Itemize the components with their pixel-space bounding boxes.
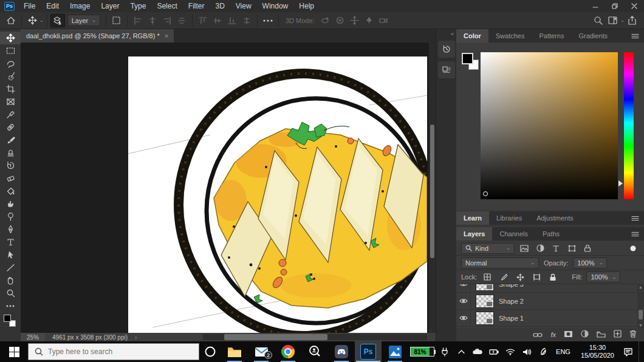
more-options-icon[interactable] bbox=[261, 14, 275, 27]
layer-thumbnail[interactable] bbox=[476, 295, 494, 308]
filter-shape-layers-icon[interactable] bbox=[566, 243, 578, 254]
language-indicator[interactable]: ENG bbox=[553, 348, 573, 355]
chevron-down-icon[interactable]: ⌄ bbox=[39, 18, 44, 23]
menu-filter[interactable]: Filter bbox=[183, 1, 210, 12]
show-desktop-button[interactable] bbox=[639, 341, 642, 362]
hand-tool[interactable] bbox=[0, 274, 21, 287]
align-bottom-icon[interactable] bbox=[225, 14, 239, 27]
link-layers-icon[interactable] bbox=[533, 329, 543, 340]
distribute-h-icon[interactable] bbox=[174, 14, 189, 27]
menu-help[interactable]: Help bbox=[293, 1, 320, 12]
zoom-level-field[interactable]: 25% bbox=[21, 333, 45, 341]
filter-adjustment-layers-icon[interactable] bbox=[534, 243, 546, 254]
lock-artboard-icon[interactable] bbox=[530, 272, 543, 282]
3d-camera-icon[interactable] bbox=[377, 14, 391, 27]
filtering-toggle[interactable] bbox=[627, 243, 639, 254]
opacity-field[interactable]: 100% ⌄ bbox=[573, 258, 607, 268]
workspace-switcher-icon[interactable] bbox=[606, 14, 620, 27]
move-tool[interactable] bbox=[0, 32, 21, 44]
tab-swatches[interactable]: Swatches bbox=[488, 29, 532, 43]
paint-bucket-tool[interactable] bbox=[0, 185, 21, 197]
new-layer-icon[interactable] bbox=[614, 329, 622, 340]
visibility-toggle[interactable] bbox=[456, 284, 471, 293]
close-button[interactable] bbox=[625, 0, 644, 12]
align-top-icon[interactable] bbox=[196, 14, 210, 27]
panel-menu-icon[interactable] bbox=[631, 29, 644, 43]
3d-roll-icon[interactable] bbox=[333, 14, 348, 27]
battery-charging-icon[interactable] bbox=[488, 346, 500, 358]
menu-type[interactable]: Type bbox=[125, 1, 151, 12]
hidden-icons-chevron[interactable] bbox=[455, 346, 467, 358]
layer-row-shape1[interactable]: Shape 1 bbox=[456, 310, 644, 327]
brush-tool[interactable] bbox=[0, 134, 21, 146]
battery-indicator[interactable]: 81% bbox=[410, 347, 434, 357]
menu-window[interactable]: Window bbox=[257, 1, 294, 12]
dodge-tool[interactable] bbox=[0, 210, 21, 223]
taskbar-photoshop[interactable]: Ps bbox=[355, 341, 382, 362]
minimize-button[interactable] bbox=[586, 0, 605, 12]
tab-adjustments[interactable]: Adjustments bbox=[529, 211, 581, 225]
volume-icon[interactable] bbox=[521, 346, 533, 358]
3d-pan-icon[interactable] bbox=[348, 14, 362, 27]
type-tool[interactable] bbox=[0, 236, 21, 248]
horizontal-scrollbar[interactable] bbox=[203, 334, 427, 340]
power-plug-icon[interactable] bbox=[439, 346, 451, 358]
tab-libraries[interactable]: Libraries bbox=[489, 211, 529, 225]
taskbar-file-explorer[interactable] bbox=[221, 341, 248, 362]
lock-image-pixels-icon[interactable] bbox=[498, 272, 510, 282]
foreground-color-swatch[interactable] bbox=[462, 53, 473, 64]
3d-orbit-icon[interactable] bbox=[318, 14, 333, 27]
layer-name[interactable]: Shape 2 bbox=[499, 298, 524, 305]
layer-name[interactable]: Shape 1 bbox=[499, 315, 524, 322]
filter-pixel-layers-icon[interactable] bbox=[518, 243, 530, 254]
start-button[interactable] bbox=[0, 341, 28, 362]
rectangular-marquee-tool[interactable] bbox=[0, 44, 21, 57]
vertical-scrollbar-thumb[interactable] bbox=[430, 125, 434, 258]
path-selection-tool[interactable] bbox=[0, 248, 21, 261]
menu-file[interactable]: File bbox=[18, 1, 41, 12]
taskbar-photos[interactable] bbox=[382, 341, 408, 362]
chevron-down-icon[interactable]: ⌄ bbox=[620, 18, 625, 23]
taskbar-search[interactable] bbox=[28, 343, 199, 360]
align-left-icon[interactable] bbox=[131, 14, 145, 27]
onedrive-cloud-icon[interactable] bbox=[471, 346, 484, 358]
vertical-scrollbar[interactable] bbox=[429, 43, 436, 333]
visibility-toggle[interactable] bbox=[456, 310, 471, 327]
auto-select-target-dropdown[interactable]: Layer⌄ bbox=[67, 15, 100, 26]
menu-layer[interactable]: Layer bbox=[95, 1, 125, 12]
collapsed-history-panel-icon[interactable] bbox=[438, 41, 455, 58]
eyedropper-tool[interactable] bbox=[0, 108, 21, 121]
share-icon[interactable] bbox=[625, 14, 639, 27]
home-icon[interactable] bbox=[4, 14, 18, 27]
crop-tool[interactable] bbox=[0, 83, 21, 95]
taskbar-mail[interactable]: 2 bbox=[248, 341, 275, 362]
spot-healing-tool[interactable] bbox=[0, 121, 21, 134]
filter-type-layers-icon[interactable] bbox=[550, 243, 562, 254]
foreground-background-colors[interactable] bbox=[4, 315, 17, 328]
tab-gradients[interactable]: Gradients bbox=[571, 29, 615, 43]
distribute-v-icon[interactable] bbox=[239, 14, 254, 27]
ink-workspace-icon[interactable] bbox=[537, 346, 549, 358]
layer-list-scrollbar[interactable]: ▲ ▼ bbox=[637, 284, 644, 328]
clock[interactable]: 15:30 15/05/2020 bbox=[577, 344, 618, 360]
foreground-color-swatch[interactable] bbox=[4, 315, 11, 322]
pen-tool[interactable] bbox=[0, 223, 21, 236]
history-brush-tool[interactable] bbox=[0, 159, 21, 172]
menu-image[interactable]: Image bbox=[64, 1, 95, 12]
tab-patterns[interactable]: Patterns bbox=[532, 29, 571, 43]
search-input[interactable] bbox=[48, 347, 182, 356]
align-right-icon[interactable] bbox=[160, 14, 174, 27]
hue-slider-handle[interactable] bbox=[618, 180, 626, 186]
scroll-down-icon[interactable]: ▼ bbox=[639, 323, 643, 327]
blend-mode-dropdown[interactable]: Normal ⌄ bbox=[461, 258, 539, 268]
layer-name[interactable]: Shape 3 bbox=[499, 284, 524, 288]
search-icon[interactable] bbox=[591, 14, 606, 27]
menu-edit[interactable]: Edit bbox=[41, 1, 64, 12]
toolbar-more-icon[interactable] bbox=[0, 299, 21, 312]
panel-menu-icon[interactable] bbox=[631, 227, 644, 241]
status-menu-arrow-icon[interactable]: › bbox=[135, 334, 137, 341]
move-tool-preset-icon[interactable] bbox=[25, 14, 39, 27]
auto-select-icon[interactable] bbox=[50, 14, 65, 27]
adjustment-layer-icon[interactable] bbox=[581, 329, 589, 340]
layer-scroll-thumb[interactable] bbox=[639, 310, 643, 319]
